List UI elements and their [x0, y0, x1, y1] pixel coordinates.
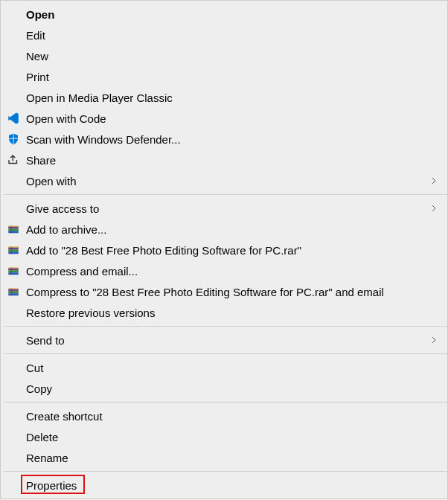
submenu-arrow-slot [420, 176, 438, 185]
menu-item-add-to-archive[interactable]: Add to archive... [1, 219, 447, 240]
svg-rect-19 [8, 293, 19, 295]
menu-item-edit[interactable]: Edit [1, 25, 447, 45]
menu-item-label: Give access to [26, 202, 420, 215]
menu-item-create-shortcut[interactable]: Create shortcut [1, 406, 447, 426]
menu-item-label: Cut [26, 362, 420, 374]
menu-item-new[interactable]: New [1, 45, 447, 66]
menu-item-compress-and-email[interactable]: Compress and email... [1, 260, 447, 281]
menu-item-delete[interactable]: Delete [1, 426, 447, 447]
winrar-icon-slot [1, 222, 26, 236]
menu-item-label: Restore previous versions [26, 307, 420, 319]
menu-item-label: Open [26, 8, 420, 21]
menu-item-rename[interactable]: Rename [1, 447, 447, 468]
menu-item-label: Copy [26, 382, 420, 395]
svg-rect-11 [10, 247, 12, 254]
svg-rect-13 [8, 270, 19, 272]
svg-rect-15 [8, 268, 19, 269]
menu-item-restore-previous-versions[interactable]: Restore previous versions [1, 302, 447, 323]
menu-item-label: Edit [26, 29, 420, 42]
svg-rect-8 [8, 249, 19, 251]
winrar-icon-slot [1, 264, 26, 278]
menu-item-compress-to-28-best-free-photo-editing-s[interactable]: Compress to "28 Best Free Photo Editing … [1, 281, 447, 302]
chevron-right-icon [429, 336, 438, 344]
defender-icon-slot [1, 132, 26, 146]
svg-rect-6 [10, 226, 12, 234]
share-icon-slot [1, 153, 26, 167]
chevron-right-icon [429, 204, 438, 213]
menu-item-copy[interactable]: Copy [1, 378, 447, 399]
svg-rect-1 [9, 138, 18, 140]
svg-rect-14 [8, 272, 19, 275]
menu-item-send-to[interactable]: Send to [1, 330, 447, 350]
winrar-icon-slot [1, 243, 26, 257]
menu-item-label: Open with Code [26, 112, 420, 125]
chevron-right-icon [429, 176, 438, 185]
menu-separator [4, 402, 447, 403]
menu-item-label: Add to "28 Best Free Photo Editing Softw… [26, 244, 420, 257]
menu-item-open-with[interactable]: Open with [1, 170, 447, 191]
menu-item-label: Print [26, 71, 420, 83]
menu-item-open[interactable]: Open [1, 4, 447, 25]
menu-item-give-access-to[interactable]: Give access to [1, 198, 447, 219]
winrar-icon [7, 285, 20, 298]
menu-item-open-with-code[interactable]: Open with Code [1, 108, 447, 129]
menu-separator [4, 194, 447, 195]
winrar-icon [7, 264, 20, 278]
winrar-icon-slot [1, 285, 26, 298]
menu-item-print[interactable]: Print [1, 66, 447, 87]
menu-separator [4, 326, 447, 327]
menu-item-label: Share [26, 154, 420, 167]
menu-item-label: Create shortcut [26, 410, 420, 423]
winrar-icon [7, 222, 20, 236]
menu-item-label: Properties [26, 479, 420, 492]
menu-separator [4, 353, 447, 354]
share-icon [7, 153, 20, 167]
defender-icon [7, 132, 20, 146]
svg-rect-16 [10, 268, 12, 275]
menu-item-label: Delete [26, 431, 420, 443]
menu-item-label: Scan with Windows Defender... [26, 133, 420, 146]
winrar-icon [7, 243, 20, 257]
svg-rect-9 [8, 251, 19, 254]
menu-item-properties[interactable]: Properties [1, 475, 447, 496]
svg-rect-10 [8, 247, 19, 249]
svg-rect-20 [8, 289, 19, 290]
svg-rect-21 [10, 289, 12, 296]
svg-rect-5 [8, 226, 19, 228]
context-menu: OpenEditNewPrintOpen in Media Player Cla… [0, 0, 448, 499]
menu-item-open-in-media-player-classic[interactable]: Open in Media Player Classic [1, 87, 447, 108]
menu-item-label: Rename [26, 452, 420, 464]
svg-rect-4 [8, 231, 19, 233]
menu-item-label: Add to archive... [26, 223, 420, 236]
vscode-icon [7, 112, 20, 125]
submenu-arrow-slot [420, 336, 438, 344]
menu-item-label: New [26, 50, 420, 62]
vscode-icon-slot [1, 112, 26, 125]
menu-item-label: Compress to "28 Best Free Photo Editing … [26, 286, 420, 298]
menu-item-label: Compress and email... [26, 265, 420, 278]
svg-rect-3 [8, 228, 19, 231]
menu-item-label: Open with [26, 175, 420, 188]
menu-item-label: Open in Media Player Classic [26, 92, 420, 104]
menu-item-add-to-28-best-free-photo-editing-softwa[interactable]: Add to "28 Best Free Photo Editing Softw… [1, 240, 447, 260]
submenu-arrow-slot [420, 204, 438, 213]
menu-separator [4, 471, 447, 472]
menu-item-label: Send to [26, 334, 420, 347]
menu-item-share[interactable]: Share [1, 150, 447, 170]
svg-rect-18 [8, 291, 19, 293]
menu-item-cut[interactable]: Cut [1, 357, 447, 378]
menu-item-scan-with-windows-defender[interactable]: Scan with Windows Defender... [1, 129, 447, 150]
